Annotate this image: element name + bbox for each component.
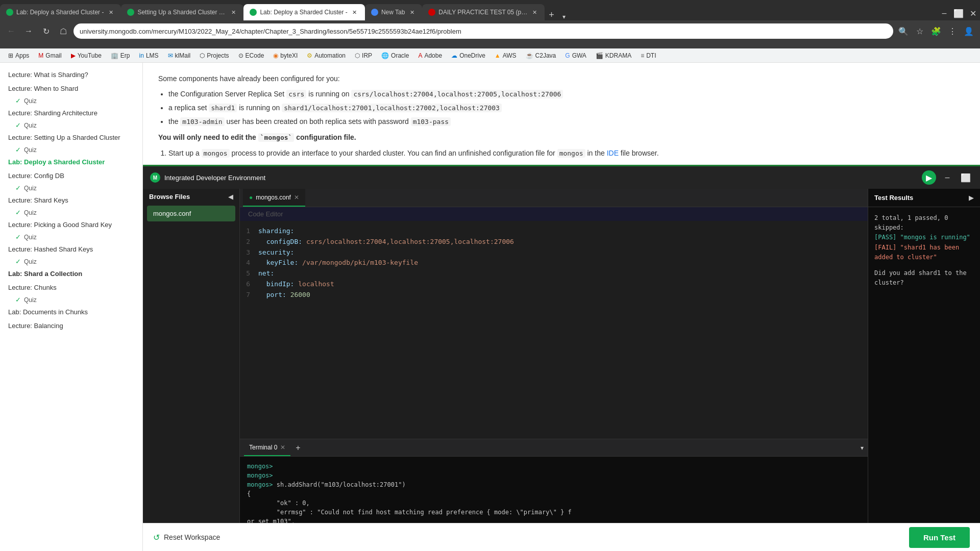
bookmark-automation[interactable]: ⚙ Automation (303, 51, 350, 60)
bookmark-aws[interactable]: ▲ AWS (491, 51, 521, 60)
ide-panel: M Integrated Developer Environment ▶ – ⬜… (143, 165, 980, 551)
sidebar-item-what-is-sharding[interactable]: Lecture: What is Sharding? (0, 68, 142, 82)
reload-button[interactable]: ↻ (39, 24, 53, 38)
quiz-row-setting-up: ✓ Quiz (0, 144, 142, 155)
line-num-5: 5 (240, 268, 258, 279)
test-panel-expand-button[interactable]: ▶ (969, 194, 974, 202)
ide-maximize-button[interactable]: ⬜ (959, 170, 973, 185)
url-bar[interactable]: university.mongodb.com/mercury/M103/2022… (74, 23, 893, 39)
tab-2-close[interactable]: ✕ (229, 8, 237, 16)
account-icon[interactable]: 👤 (962, 24, 976, 38)
settings-icon[interactable]: ⋮ (945, 24, 960, 38)
numbered-steps: Start up a mongos process to provide an … (168, 147, 965, 159)
bookmark-gwa-label: GWA (572, 52, 586, 59)
bookmark-lms[interactable]: in LMS (135, 51, 163, 60)
ide-editor-tabs: ● mongos.conf ✕ (240, 189, 868, 207)
bookmark-onedrive[interactable]: ☁ OneDrive (447, 51, 489, 60)
terminal-tab-label: Terminal 0 (249, 444, 277, 451)
sidebar-item-label-active: Lab: Deploy a Sharded Cluster (8, 158, 134, 166)
line-content-5: net: (258, 268, 868, 279)
ide-tab-mongos-conf[interactable]: ● mongos.conf ✕ (243, 189, 305, 207)
bookmark-kdrama[interactable]: 🎬 KDRAMA (592, 51, 635, 60)
tab-3[interactable]: Lab: Deploy a Sharded Cluster - ✕ (243, 4, 364, 20)
bookmark-automation-label: Automation (314, 52, 346, 59)
quiz-check-icon: ✓ (15, 209, 21, 216)
terminal-add-button[interactable]: + (292, 443, 303, 453)
sidebar-item-balancing[interactable]: Lecture: Balancing (0, 319, 142, 333)
sidebar-item-hashed-shard[interactable]: Lecture: Hashed Shard Keys (0, 242, 142, 256)
tab-4-close[interactable]: ✕ (408, 8, 416, 16)
close-window-button[interactable]: ✕ (966, 6, 980, 20)
main-area: Lecture: What is Sharding? Lecture: When… (0, 63, 980, 551)
new-tab-button[interactable]: + (545, 10, 558, 20)
ide-minimize-button[interactable]: – (940, 170, 954, 185)
tab-2[interactable]: Setting Up a Sharded Cluster - M ✕ (121, 4, 243, 20)
quiz-label: Quiz (24, 209, 37, 216)
bookmark-icon[interactable]: ☆ (913, 24, 927, 38)
search-icon[interactable]: 🔍 (896, 24, 911, 38)
sidebar-item-sharding-arch[interactable]: Lecture: Sharding Architecture (0, 106, 142, 120)
sidebar-item-label: Lecture: Chunks (8, 284, 134, 291)
extensions-icon[interactable]: 🧩 (929, 24, 943, 38)
sidebar-item-good-shard-key[interactable]: Lecture: Picking a Good Shard Key (0, 218, 142, 232)
quiz-label: Quiz (24, 185, 37, 192)
bookmark-c2java[interactable]: ☕ C2Java (522, 51, 560, 60)
terminal-close-icon[interactable]: ✕ (280, 444, 285, 451)
bookmark-oracle[interactable]: 🌐 Oracle (377, 51, 413, 60)
tab-3-close[interactable]: ✕ (351, 8, 359, 16)
bookmark-ecode[interactable]: ⊙ ECode (234, 51, 268, 60)
page-content: Some components have already been config… (143, 63, 980, 172)
sidebar-item-config-db[interactable]: Lecture: Config DB (0, 169, 142, 183)
ide-title: M Integrated Developer Environment (150, 172, 265, 183)
tab-1-close[interactable]: ✕ (107, 8, 115, 16)
quiz-check-icon: ✓ (15, 258, 21, 265)
bookmark-dti[interactable]: ≡ DTI (636, 51, 660, 60)
ide-run-button[interactable]: ▶ (922, 170, 936, 185)
ide-main-area: ● mongos.conf ✕ Code Editor 1 (240, 189, 868, 551)
sidebar-item-docs-in-chunks[interactable]: Lab: Documents in Chunks (0, 305, 142, 319)
terminal-expand-button[interactable]: ▾ (861, 444, 864, 452)
bookmark-apps[interactable]: ⊞ Apps (4, 51, 33, 60)
bookmark-projects-label: Projects (207, 52, 229, 59)
browser-chrome: Lab: Deploy a Sharded Cluster - ✕ Settin… (0, 0, 980, 48)
bookmark-irp[interactable]: ⬡ IRP (351, 51, 376, 60)
tab-5-close[interactable]: ✕ (530, 8, 538, 16)
code-line-4: 4 keyFile: /var/mongodb/pki/m103-keyfile (240, 258, 868, 268)
bookmark-aws-label: AWS (503, 52, 517, 59)
bookmark-projects[interactable]: ⬡ Projects (195, 51, 233, 60)
tab-5[interactable]: DAILY PRACTICE TEST 05 (page 2 ✕ (422, 4, 545, 20)
bookmark-gmail[interactable]: M Gmail (34, 51, 65, 60)
ide-file-mongos-conf[interactable]: mongos.conf (147, 206, 235, 221)
minimize-button[interactable]: – (937, 6, 951, 20)
c2java-icon: ☕ (526, 52, 533, 59)
sidebar-item-lab-deploy[interactable]: Lab: Deploy a Sharded Cluster (0, 155, 142, 169)
sidebar-item-label: Lab: Shard a Collection (8, 270, 134, 278)
sidebar-item-when-to-shard[interactable]: Lecture: When to Shard (0, 82, 142, 95)
ide-sidebar-collapse-button[interactable]: ◀ (228, 193, 233, 201)
run-test-button[interactable]: Run Test (909, 527, 970, 548)
ide-link[interactable]: IDE (607, 149, 619, 157)
sidebar-item-shard-keys[interactable]: Lecture: Shard Keys (0, 193, 142, 207)
sidebar-item-lab-shard-collection[interactable]: Lab: Shard a Collection (0, 267, 142, 281)
code-editor[interactable]: 1 sharding: 2 configDB: csrs/localhost:2… (240, 221, 868, 439)
tab-4[interactable]: New Tab ✕ (365, 4, 422, 20)
reset-workspace-button[interactable]: ↺ Reset Workspace (153, 533, 220, 542)
forward-button[interactable]: → (21, 24, 36, 38)
ide-tab-close-button[interactable]: ✕ (294, 194, 299, 201)
sidebar-item-setting-up[interactable]: Lecture: Setting Up a Sharded Cluster (0, 131, 142, 144)
quiz-row-config-db: ✓ Quiz (0, 183, 142, 193)
bookmark-gwa[interactable]: G GWA (561, 51, 591, 60)
bookmark-bytexl[interactable]: ◉ byteXI (269, 51, 302, 60)
sidebar-item-chunks[interactable]: Lecture: Chunks (0, 281, 142, 294)
bytexl-icon: ◉ (273, 52, 278, 59)
bookmark-klmail[interactable]: ✉ klMail (164, 51, 195, 60)
back-button[interactable]: ← (4, 24, 18, 38)
bookmark-youtube[interactable]: ▶ YouTube (67, 51, 106, 60)
maximize-button[interactable]: ⬜ (951, 6, 966, 20)
bookmark-erp[interactable]: 🏢 Erp (107, 51, 134, 60)
home-button[interactable]: ☖ (56, 24, 70, 38)
code-line-5: 5 net: (240, 268, 868, 279)
bookmark-adobe[interactable]: A Adobe (414, 51, 446, 60)
terminal-tab-0[interactable]: Terminal 0 ✕ (244, 439, 290, 456)
tab-1[interactable]: Lab: Deploy a Sharded Cluster - ✕ (0, 4, 121, 20)
